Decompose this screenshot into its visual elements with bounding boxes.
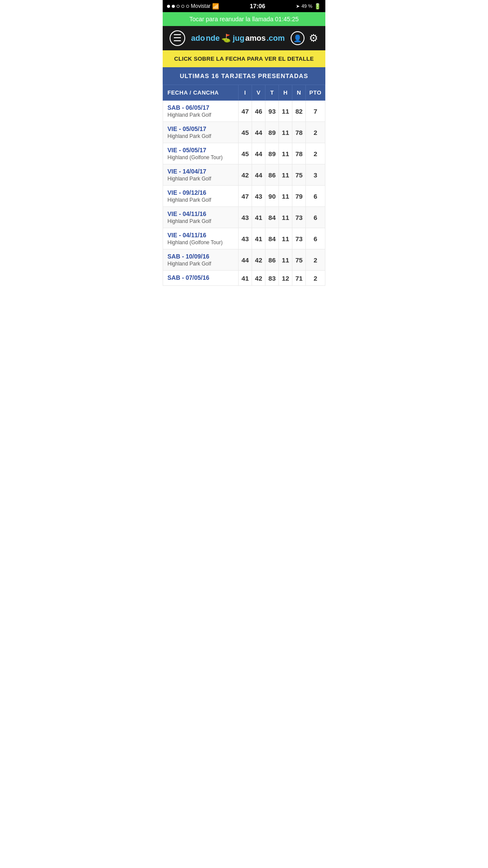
row-date-course[interactable]: VIE - 04/11/16Highland Park Golf [163,207,239,228]
row-score-t: 89 [265,122,279,143]
row-date-course[interactable]: VIE - 04/11/16Highland (Golfone Tour) [163,228,239,249]
time-display: 17:06 [250,3,265,10]
row-score-h: 11 [279,122,292,143]
table-row[interactable]: SAB - 10/09/16Highland Park Golf44428611… [163,249,325,271]
row-course-label: Highland Park Golf [167,176,236,182]
info-banner: CLICK SOBRE LA FECHA PARA VER EL DETALLE [163,50,325,67]
row-date-label: SAB - 10/09/16 [167,253,236,260]
row-score-i: 47 [239,186,252,207]
table-row[interactable]: VIE - 05/05/17Highland (Golfone Tour)454… [163,143,325,164]
row-date-course[interactable]: VIE - 14/04/17Highland Park Golf [163,164,239,186]
score-table: FECHA / CANCHA I V T H N PTO SAB - 06/05… [163,85,325,286]
row-score-n: 78 [292,122,306,143]
signal-dot-2 [172,5,175,8]
row-score-h: 12 [279,271,292,286]
row-date-course[interactable]: VIE - 09/12/16Highland Park Golf [163,186,239,207]
row-score-i: 45 [239,143,252,164]
row-score-n: 75 [292,164,306,186]
row-date-label: VIE - 05/05/17 [167,147,236,154]
row-score-n: 75 [292,249,306,271]
row-score-v: 41 [252,207,265,228]
table-row[interactable]: VIE - 09/12/16Highland Park Golf47439011… [163,186,325,207]
row-score-pto: 6 [306,207,325,228]
row-score-t: 84 [265,207,279,228]
table-row[interactable]: VIE - 05/05/17Highland Park Golf45448911… [163,122,325,143]
row-course-label: Highland Park Golf [167,133,236,139]
row-score-pto: 7 [306,101,325,122]
row-date-label: VIE - 14/04/17 [167,168,236,175]
row-date-course[interactable]: SAB - 10/09/16Highland Park Golf [163,249,239,271]
row-score-v: 44 [252,143,265,164]
row-course-label: Highland (Golfone Tour) [167,154,236,160]
col-header-t: T [265,85,279,101]
row-score-i: 41 [239,271,252,286]
row-date-course[interactable]: SAB - 06/05/17Highland Park Golf [163,101,239,122]
row-score-n: 78 [292,143,306,164]
row-date-label: SAB - 06/05/17 [167,104,236,111]
wifi-icon: 📶 [212,3,219,10]
row-date-course[interactable]: VIE - 05/05/17Highland (Golfone Tour) [163,143,239,164]
row-score-t: 90 [265,186,279,207]
logo-dot-com: .com [267,34,285,43]
col-header-n: N [292,85,306,101]
status-right: ➤ 49 % 🔋 [296,3,321,10]
row-score-t: 89 [265,143,279,164]
user-icon: 👤 [293,34,302,43]
user-profile-button[interactable]: 👤 [291,31,305,45]
col-header-pto: PTO [306,85,325,101]
row-course-label: Highland Park Golf [167,218,236,224]
settings-button[interactable]: ⚙ [309,32,318,44]
logo-text-nde: nde [206,34,219,43]
signal-dot-4 [181,5,184,8]
row-score-pto: 2 [306,122,325,143]
row-score-v: 44 [252,122,265,143]
row-date-label: VIE - 05/05/17 [167,125,236,132]
row-score-v: 42 [252,249,265,271]
row-score-i: 43 [239,228,252,249]
row-score-pto: 6 [306,228,325,249]
col-header-h: H [279,85,292,101]
row-score-n: 73 [292,228,306,249]
row-score-i: 44 [239,249,252,271]
row-score-n: 82 [292,101,306,122]
battery-icon: 🔋 [314,3,321,10]
row-score-n: 73 [292,207,306,228]
call-banner[interactable]: Tocar para reanudar la llamada 01:45:25 [163,12,325,26]
col-header-v: V [252,85,265,101]
row-date-course[interactable]: VIE - 05/05/17Highland Park Golf [163,122,239,143]
row-score-t: 93 [265,101,279,122]
row-date-label: VIE - 04/11/16 [167,210,236,217]
row-score-h: 11 [279,101,292,122]
header-right-icons: 👤 ⚙ [291,31,318,45]
menu-button[interactable]: ☰ [170,30,185,46]
row-score-v: 44 [252,164,265,186]
golf-flag-icon: ⛳ [221,33,231,43]
row-score-i: 47 [239,101,252,122]
row-date-label: VIE - 04/11/16 [167,232,236,239]
status-bar: Movistar 📶 17:06 ➤ 49 % 🔋 [163,0,325,12]
col-header-fecha: FECHA / CANCHA [163,85,239,101]
table-header-row: FECHA / CANCHA I V T H N PTO [163,85,325,101]
row-score-pto: 2 [306,143,325,164]
app-logo[interactable]: ado nde ⛳ jug amos .com [191,33,285,43]
signal-dot-1 [167,5,170,8]
logo-text-jug: jug [233,34,244,43]
row-score-t: 83 [265,271,279,286]
row-score-h: 11 [279,164,292,186]
table-row[interactable]: VIE - 04/11/16Highland Park Golf43418411… [163,207,325,228]
table-row[interactable]: SAB - 07/05/1641428312712 [163,271,325,286]
table-row[interactable]: VIE - 04/11/16Highland (Golfone Tour)434… [163,228,325,249]
row-score-v: 43 [252,186,265,207]
row-score-i: 42 [239,164,252,186]
section-header: ULTIMAS 16 TARJETAS PRESENTADAS [163,67,325,85]
row-score-h: 11 [279,207,292,228]
status-left: Movistar 📶 [167,3,219,10]
row-score-n: 79 [292,186,306,207]
table-row[interactable]: VIE - 14/04/17Highland Park Golf42448611… [163,164,325,186]
row-course-label: Highland Park Golf [167,112,236,118]
table-row[interactable]: SAB - 06/05/17Highland Park Golf47469311… [163,101,325,122]
signal-dot-3 [177,5,180,8]
row-score-h: 11 [279,143,292,164]
carrier-label: Movistar [191,3,210,9]
row-date-course[interactable]: SAB - 07/05/16 [163,271,239,286]
